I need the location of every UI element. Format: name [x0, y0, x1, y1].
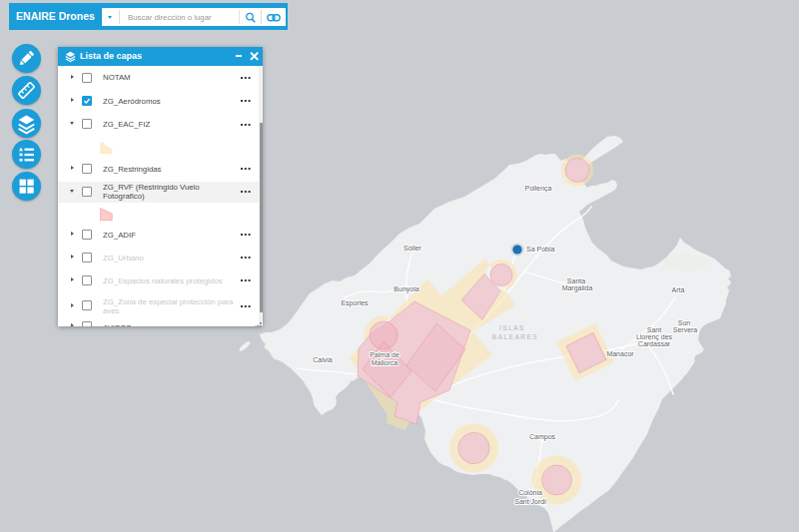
- svg-text:Son: Son: [678, 319, 691, 326]
- svg-text:Esporles: Esporles: [341, 299, 369, 307]
- svg-text:BALEARES: BALEARES: [492, 333, 538, 340]
- svg-text:Sa Pobla: Sa Pobla: [526, 246, 555, 253]
- svg-text:Calvià: Calvià: [313, 356, 333, 363]
- svg-text:Sant: Sant: [647, 326, 661, 333]
- svg-text:Margalida: Margalida: [562, 284, 593, 292]
- svg-text:Colònia: Colònia: [518, 489, 542, 496]
- svg-text:Artà: Artà: [672, 286, 685, 293]
- svg-text:Campos: Campos: [529, 433, 556, 441]
- svg-text:Mallorca: Mallorca: [372, 359, 399, 366]
- svg-text:Bunyola: Bunyola: [394, 285, 418, 293]
- svg-text:Santa: Santa: [567, 277, 585, 284]
- svg-text:Cardassar: Cardassar: [638, 340, 671, 347]
- svg-text:Servera: Servera: [673, 326, 698, 333]
- svg-text:Palma de: Palma de: [370, 351, 400, 358]
- svg-text:Sant Jordi: Sant Jordi: [514, 498, 546, 505]
- svg-text:Pollença: Pollença: [525, 185, 552, 193]
- svg-text:Sóller: Sóller: [403, 245, 422, 252]
- svg-text:Manacor: Manacor: [606, 350, 634, 357]
- svg-text:ISLAS: ISLAS: [499, 324, 525, 331]
